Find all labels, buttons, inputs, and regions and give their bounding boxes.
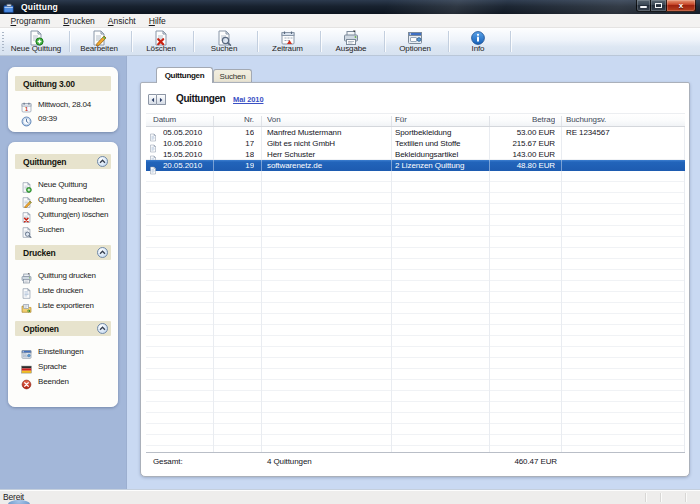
toolbar-button-neuequittung[interactable]: Neue Quittung (4, 28, 68, 55)
doc-plain-icon (149, 150, 157, 159)
doc-edit-icon (21, 194, 32, 205)
table-row[interactable]: 10.05.201017Gibt es nicht GmbHTextilien … (146, 138, 685, 149)
table-header[interactable]: DatumNr.VonFürBetragBuchungsv. (146, 113, 685, 127)
grid-vline (489, 127, 490, 452)
sidebar-item-einstellungen[interactable]: Einstellungen (8, 344, 118, 359)
cell-datum: 20.05.2010 (163, 160, 211, 171)
period-link[interactable]: Mai 2010 (233, 95, 263, 104)
table-row-selected[interactable]: 20.05.201019softwarenetz.de2 Lizenzen Qu… (146, 160, 685, 171)
cell-betrag: 215.67 EUR (489, 138, 555, 149)
cell-datum: 15.05.2010 (163, 149, 211, 160)
column-header-separator[interactable] (561, 116, 562, 126)
toolbar-button-ausgabe[interactable]: Ausgabe (319, 28, 383, 55)
sidebar-item-suchen[interactable]: Suchen (8, 222, 118, 237)
sidebar-item-quittung-bearbeiten[interactable]: Quittung bearbeiten (8, 192, 118, 207)
svg-text:1: 1 (25, 105, 28, 111)
column-header-separator[interactable] (391, 116, 392, 126)
cell-fuer: Bekleidungsartikel (395, 149, 487, 160)
toolbar-button-label: Löschen (130, 44, 192, 53)
menu-ansicht[interactable]: Ansicht (101, 14, 142, 28)
toolbar-button-löschen[interactable]: Löschen (130, 28, 192, 55)
menu-programm[interactable]: Programm (4, 14, 57, 28)
toolbar-button-label: Info (447, 44, 509, 53)
cell-fuer: Textilien und Stoffe (395, 138, 487, 149)
calendar-date-icon: 1 (21, 99, 32, 110)
doc-plain-icon (21, 285, 32, 296)
sidebar-item-beenden[interactable]: Beenden (8, 374, 118, 389)
sidebar: Quittung 3.00 1Mittwoch, 28.0409:39 Quit… (0, 56, 127, 490)
toolbar-button-info[interactable]: Info (447, 28, 509, 55)
sidebar-item-label: Liste exportieren (38, 301, 94, 310)
sidebar-item-liste-exportieren[interactable]: Liste exportieren (8, 298, 118, 313)
menu-hilfe[interactable]: Hilfe (142, 14, 172, 28)
table-row[interactable]: 05.05.201016Manfred MustermannSportbekle… (146, 127, 685, 138)
sidebar-item-label: Beenden (38, 377, 69, 386)
sidebar-item-quittung-drucken[interactable]: Quittung drucken (8, 268, 118, 283)
sidebar-info-panel: Quittung 3.00 1Mittwoch, 28.0409:39 (8, 67, 118, 132)
column-header-col-von[interactable]: Von (267, 114, 389, 126)
minimize-icon (640, 6, 647, 8)
status-bar: Bereit (0, 490, 700, 504)
column-header-separator[interactable] (213, 116, 214, 126)
sidebar-section-title: Optionen (23, 324, 59, 334)
sidebar-item-sprache[interactable]: Sprache (8, 359, 118, 374)
toolbar-button-suchen[interactable]: Suchen (192, 28, 256, 55)
cell-buchungsv (566, 138, 683, 149)
toolbar-button-label: Neue Quittung (4, 44, 68, 53)
table-footer: Gesamt: 4 Quittungen 460.47 EUR (146, 455, 685, 469)
column-header-col-buchungsv[interactable]: Buchungsv. (566, 114, 683, 126)
sidebar-item-label: Suchen (38, 225, 64, 234)
content-area: Quittungen Suchen Quittungen Mai 2010 Da… (127, 56, 700, 490)
minimize-button[interactable] (636, 0, 651, 12)
sidebar-item-label: Neue Quittung (38, 180, 87, 189)
status-separator (685, 493, 686, 502)
sidebar-item-quittung-en-löschen[interactable]: Quittung(en) löschen (8, 207, 118, 222)
close-button[interactable]: x (666, 0, 696, 12)
tab-quittungen[interactable]: Quittungen (156, 67, 213, 83)
footer-total-label: Gesamt: (153, 455, 183, 469)
collapse-section-button[interactable] (97, 156, 108, 167)
menu-drucken[interactable]: Drucken (57, 14, 102, 28)
column-header-separator[interactable] (489, 116, 490, 126)
main-area: Quittung 3.00 1Mittwoch, 28.0409:39 Quit… (0, 56, 700, 490)
status-separator (645, 493, 646, 502)
menu-bar: ProgrammDruckenAnsichtHilfe (0, 14, 700, 28)
sidebar-nav-panel: QuittungenNeue QuittungQuittung bearbeit… (8, 142, 118, 407)
table-row[interactable]: 15.05.201018Herr SchusterBekleidungsarti… (146, 149, 685, 160)
cell-buchungsv (566, 149, 683, 160)
toolbar-button-bearbeiten[interactable]: Bearbeiten (68, 28, 130, 55)
sidebar-item-label: Liste drucken (38, 286, 83, 295)
toolbar-button-label: Optionen (383, 44, 447, 53)
collapse-section-button[interactable] (97, 323, 108, 334)
tab-suchen[interactable]: Suchen (213, 69, 252, 83)
column-header-separator[interactable] (261, 116, 262, 126)
sidebar-item-label: Einstellungen (38, 347, 83, 356)
previous-month-button[interactable] (148, 94, 157, 105)
doc-search-icon (21, 224, 32, 235)
application-window: Quittung x ProgrammDruckenAnsichtHilfe N… (0, 0, 700, 504)
maximize-button[interactable] (651, 0, 666, 12)
column-header-col-datum[interactable]: Datum (153, 114, 211, 126)
next-month-button[interactable] (157, 94, 166, 105)
clock-icon (21, 113, 32, 124)
cell-von: softwarenetz.de (267, 160, 389, 171)
sidebar-item-liste-drucken[interactable]: Liste drucken (8, 283, 118, 298)
collapse-section-button[interactable] (97, 247, 108, 258)
doc-delete-icon (21, 209, 32, 220)
sidebar-section-header-quittungen: Quittungen (15, 154, 111, 169)
sidebar-section-header-optionen: Optionen (15, 321, 111, 336)
settings-window-icon (21, 346, 32, 357)
cell-nr: 17 (213, 138, 254, 149)
tab-quittungen-label: Quittungen (165, 71, 205, 80)
cell-betrag: 53.00 EUR (489, 127, 555, 138)
toolbar-button-optionen[interactable]: Optionen (383, 28, 447, 55)
grid-vline (213, 160, 214, 171)
column-header-col-fuer[interactable]: Für (395, 114, 487, 126)
column-header-col-betrag[interactable]: Betrag (489, 114, 555, 126)
toolbar-button-label: Bearbeiten (68, 44, 130, 53)
column-header-col-nr[interactable]: Nr. (213, 114, 254, 126)
cell-buchungsv: RE 1234567 (566, 127, 683, 138)
toolbar-button-zeitraum[interactable]: Zeitraum (256, 28, 319, 55)
sidebar-item-neue-quittung[interactable]: Neue Quittung (8, 177, 118, 192)
sidebar-item-label: Quittung drucken (38, 271, 96, 280)
